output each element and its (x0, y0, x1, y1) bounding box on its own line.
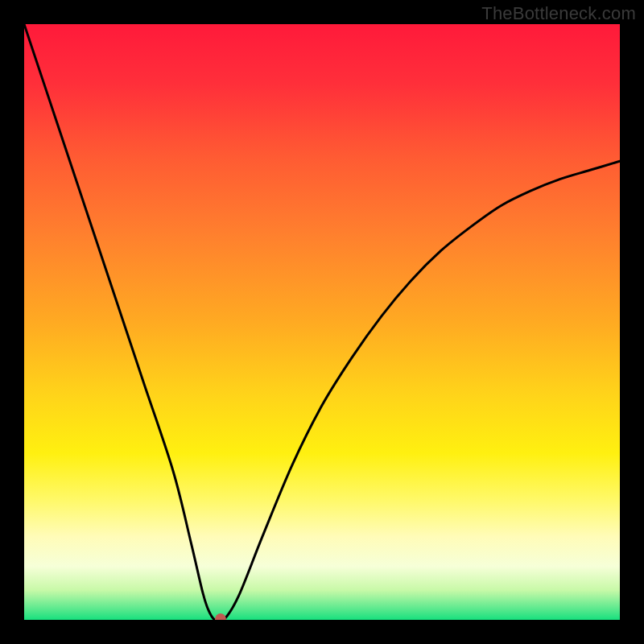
curve-layer (24, 24, 620, 620)
watermark-text: TheBottleneck.com (481, 3, 636, 24)
chart-container: TheBottleneck.com (0, 0, 644, 644)
plot-area (24, 24, 620, 620)
bottleneck-curve (24, 24, 620, 620)
